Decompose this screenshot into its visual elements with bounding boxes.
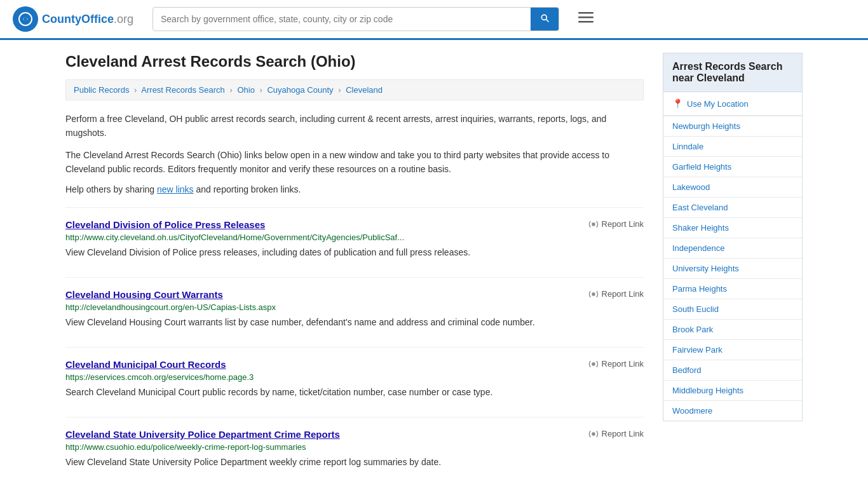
sidebar-item-fairview[interactable]: Fairview Park xyxy=(663,340,802,360)
breadcrumb-cuyahoga[interactable]: Cuyahoga County xyxy=(267,85,333,95)
sidebar-link-linndale[interactable]: Linndale xyxy=(663,137,802,156)
record-2-title[interactable]: Cleveland Municipal Court Records xyxy=(65,359,226,370)
record-1-title[interactable]: Cleveland Housing Court Warrants xyxy=(65,289,223,300)
sidebar-item-bedford[interactable]: Bedford xyxy=(663,360,802,381)
sidebar: Arrest Records Search near Cleveland 📍 U… xyxy=(663,53,803,487)
record-1-desc: View Cleveland Housing Court warrants li… xyxy=(65,316,644,329)
record-0-desc: View Cleveland Division of Police press … xyxy=(65,246,644,259)
sidebar-item-lakewood[interactable]: Lakewood xyxy=(663,177,802,198)
sidebar-item-independence[interactable]: Independence xyxy=(663,238,802,259)
breadcrumb-cleveland[interactable]: Cleveland xyxy=(346,85,383,95)
record-2-report-link[interactable]: Report Link xyxy=(588,359,644,369)
logo-text: CountyOffice.org xyxy=(42,13,133,26)
sidebar-item-garfield[interactable]: Garfield Heights xyxy=(663,157,802,177)
svg-rect-4 xyxy=(578,21,593,23)
record-0-report-link[interactable]: Report Link xyxy=(588,219,644,229)
sidebar-link-university[interactable]: University Heights xyxy=(663,259,802,278)
sidebar-link-brook-park[interactable]: Brook Park xyxy=(663,320,802,339)
sidebar-link-fairview[interactable]: Fairview Park xyxy=(663,340,802,360)
sidebar-link-woodmere[interactable]: Woodmere xyxy=(663,401,802,421)
breadcrumb: Public Records › Arrest Records Search ›… xyxy=(65,79,644,100)
page-title: Cleveland Arrest Records Search (Ohio) xyxy=(65,53,644,71)
svg-rect-3 xyxy=(578,17,593,18)
record-1: Cleveland Housing Court Warrants Report … xyxy=(65,277,644,329)
description-para2: The Cleveland Arrest Records Search (Ohi… xyxy=(65,148,644,177)
content-area: Cleveland Arrest Records Search (Ohio) P… xyxy=(65,53,644,487)
sidebar-item-university[interactable]: University Heights xyxy=(663,259,802,279)
record-0-url[interactable]: http://www.city.cleveland.oh.us/CityofCl… xyxy=(65,233,644,242)
sidebar-item-woodmere[interactable]: Woodmere xyxy=(663,401,802,421)
record-3: Cleveland State University Police Depart… xyxy=(65,417,644,469)
sidebar-item-east-cleveland[interactable]: East Cleveland xyxy=(663,198,802,218)
record-2-url[interactable]: https://eservices.cmcoh.org/eservices/ho… xyxy=(65,372,644,382)
svg-rect-2 xyxy=(578,12,593,14)
sidebar-item-middleburg[interactable]: Middleburg Heights xyxy=(663,381,802,401)
location-pin-icon: 📍 xyxy=(672,98,683,109)
sidebar-link-south-euclid[interactable]: South Euclid xyxy=(663,299,802,319)
record-3-desc: View Cleveland State University Police D… xyxy=(65,456,644,469)
record-2-desc: Search Cleveland Municipal Court public … xyxy=(65,386,644,399)
site-header: CountyOffice.org xyxy=(0,0,868,40)
breadcrumb-ohio[interactable]: Ohio xyxy=(237,85,254,95)
sidebar-item-south-euclid[interactable]: South Euclid xyxy=(663,299,802,320)
sidebar-link-east-cleveland[interactable]: East Cleveland xyxy=(663,198,802,217)
record-3-title[interactable]: Cleveland State University Police Depart… xyxy=(65,429,340,440)
search-bar[interactable] xyxy=(153,7,559,31)
sidebar-use-location[interactable]: 📍 Use My Location xyxy=(663,92,802,116)
sidebar-link-garfield[interactable]: Garfield Heights xyxy=(663,157,802,177)
record-1-url[interactable]: http://clevelandhousingcourt.org/en-US/C… xyxy=(65,302,644,312)
search-input[interactable] xyxy=(153,9,531,29)
record-0: Cleveland Division of Police Press Relea… xyxy=(65,207,644,259)
sidebar-item-shaker[interactable]: Shaker Heights xyxy=(663,218,802,238)
breadcrumb-public-records[interactable]: Public Records xyxy=(74,85,129,95)
record-2: Cleveland Municipal Court Records Report… xyxy=(65,347,644,399)
description-para1: Perform a free Cleveland, OH public arre… xyxy=(65,112,644,140)
help-text: Help others by sharing new links and rep… xyxy=(65,184,644,194)
use-my-location-btn[interactable]: 📍 Use My Location xyxy=(663,92,802,116)
sidebar-item-brook-park[interactable]: Brook Park xyxy=(663,320,802,340)
sidebar-item-newburgh[interactable]: Newburgh Heights xyxy=(663,116,802,137)
record-1-report-link[interactable]: Report Link xyxy=(588,289,644,299)
sidebar-item-linndale[interactable]: Linndale xyxy=(663,137,802,157)
new-links-link[interactable]: new links xyxy=(157,184,194,194)
sidebar-link-independence[interactable]: Independence xyxy=(663,238,802,258)
search-button[interactable] xyxy=(531,8,559,30)
use-location-label: Use My Location xyxy=(687,99,749,109)
sidebar-link-middleburg[interactable]: Middleburg Heights xyxy=(663,381,802,400)
sidebar-link-lakewood[interactable]: Lakewood xyxy=(663,177,802,197)
record-3-url[interactable]: http://www.csuohio.edu/police/weekly-cri… xyxy=(65,442,644,452)
breadcrumb-arrest-records[interactable]: Arrest Records Search xyxy=(141,85,225,95)
main-container: Cleveland Arrest Records Search (Ohio) P… xyxy=(53,40,815,488)
logo-icon xyxy=(13,6,38,32)
sidebar-title: Arrest Records Search near Cleveland xyxy=(663,53,803,92)
svg-point-1 xyxy=(24,17,27,21)
sidebar-item-parma[interactable]: Parma Heights xyxy=(663,279,802,299)
sidebar-link-shaker[interactable]: Shaker Heights xyxy=(663,218,802,238)
sidebar-link-bedford[interactable]: Bedford xyxy=(663,360,802,380)
record-0-title[interactable]: Cleveland Division of Police Press Relea… xyxy=(65,219,265,230)
sidebar-link-parma[interactable]: Parma Heights xyxy=(663,279,802,299)
logo[interactable]: CountyOffice.org xyxy=(13,6,140,32)
sidebar-list: 📍 Use My Location Newburgh Heights Linnd… xyxy=(663,92,803,421)
record-3-report-link[interactable]: Report Link xyxy=(588,429,644,439)
menu-icon[interactable] xyxy=(578,10,593,29)
sidebar-link-newburgh[interactable]: Newburgh Heights xyxy=(663,116,802,136)
